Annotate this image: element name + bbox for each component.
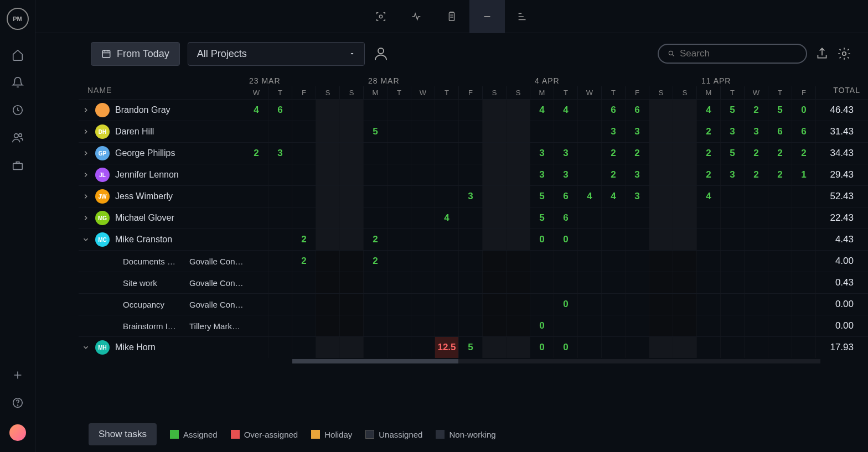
workload-cell[interactable]	[388, 272, 411, 293]
workload-cell[interactable]	[364, 143, 388, 164]
workload-cell[interactable]	[292, 294, 316, 315]
workload-cell[interactable]: 6	[602, 100, 626, 121]
workload-cell[interactable]	[483, 121, 507, 142]
workload-cell[interactable]	[411, 315, 435, 336]
workload-cell[interactable]	[792, 337, 816, 358]
workload-cell[interactable]	[340, 294, 364, 315]
workload-cell[interactable]	[388, 251, 411, 272]
workload-cell[interactable]: 0	[530, 337, 554, 358]
project-filter-select[interactable]: All Projects	[188, 42, 365, 66]
workload-cell[interactable]: 2	[745, 100, 768, 121]
workload-cell[interactable]	[626, 207, 649, 228]
workload-cell[interactable]	[483, 294, 507, 315]
workload-cell[interactable]	[435, 164, 459, 185]
horizontal-scrollbar[interactable]	[292, 359, 820, 363]
workload-cell[interactable]	[340, 337, 364, 358]
workload-cell[interactable]	[602, 229, 626, 250]
chevron-right-icon[interactable]	[82, 128, 90, 136]
workload-cell[interactable]	[792, 207, 816, 228]
home-icon[interactable]	[12, 49, 24, 61]
workload-cell[interactable]	[721, 294, 745, 315]
workload-cell[interactable]	[530, 272, 554, 293]
workload-cell[interactable]: 3	[459, 186, 483, 207]
workload-cell[interactable]	[649, 164, 673, 185]
workload-cell[interactable]	[792, 315, 816, 336]
workload-cell[interactable]	[292, 272, 316, 293]
workload-cell[interactable]: 4	[435, 207, 459, 228]
workload-cell[interactable]: 2	[792, 143, 816, 164]
workload-cell[interactable]: 2	[745, 164, 768, 185]
workload-cell[interactable]	[673, 251, 697, 272]
briefcase-icon[interactable]	[12, 159, 24, 172]
workload-cell[interactable]	[364, 186, 388, 207]
workload-cell[interactable]	[459, 143, 483, 164]
workload-cell[interactable]	[507, 294, 530, 315]
workload-cell[interactable]: 3	[626, 164, 649, 185]
workload-cell[interactable]: 3	[626, 121, 649, 142]
workload-cell[interactable]	[245, 337, 268, 358]
gear-icon[interactable]	[837, 46, 851, 61]
workload-cell[interactable]	[697, 315, 721, 336]
workload-cell[interactable]	[697, 229, 721, 250]
workload-cell[interactable]: 6	[626, 100, 649, 121]
plus-icon[interactable]	[12, 369, 24, 381]
workload-cell[interactable]: 2	[697, 121, 721, 142]
workload-cell[interactable]	[602, 207, 626, 228]
workload-cell[interactable]	[435, 121, 459, 142]
from-today-button[interactable]: From Today	[91, 42, 180, 66]
workload-cell[interactable]	[578, 100, 602, 121]
workload-cell[interactable]: 3	[530, 143, 554, 164]
workload-cell[interactable]	[768, 229, 792, 250]
workload-cell[interactable]	[316, 100, 340, 121]
workload-cell[interactable]	[483, 251, 507, 272]
workload-cell[interactable]	[578, 272, 602, 293]
workload-cell[interactable]: 2	[768, 143, 792, 164]
workload-cell[interactable]	[554, 251, 578, 272]
bell-icon[interactable]	[12, 76, 24, 89]
clock-icon[interactable]	[12, 104, 24, 116]
workload-cell[interactable]	[316, 186, 340, 207]
workload-cell[interactable]	[245, 315, 268, 336]
workload-cell[interactable]	[435, 229, 459, 250]
workload-cell[interactable]	[530, 294, 554, 315]
workload-cell[interactable]	[507, 251, 530, 272]
workload-cell[interactable]	[673, 337, 697, 358]
workload-cell[interactable]	[364, 294, 388, 315]
workload-cell[interactable]	[721, 272, 745, 293]
workload-cell[interactable]	[340, 100, 364, 121]
workload-cell[interactable]	[721, 337, 745, 358]
workload-cell[interactable]	[768, 315, 792, 336]
workload-cell[interactable]	[245, 272, 268, 293]
workload-cell[interactable]	[268, 229, 292, 250]
workload-cell[interactable]	[745, 272, 768, 293]
workload-cell[interactable]	[697, 251, 721, 272]
workload-cell[interactable]: 6	[554, 207, 578, 228]
workload-cell[interactable]: 4	[697, 186, 721, 207]
workload-cell[interactable]	[459, 294, 483, 315]
workload-cell[interactable]	[768, 207, 792, 228]
people-icon[interactable]	[12, 132, 24, 144]
workload-cell[interactable]	[388, 315, 411, 336]
workload-cell[interactable]	[507, 229, 530, 250]
workload-cell[interactable]	[602, 251, 626, 272]
workload-cell[interactable]	[459, 251, 483, 272]
workload-cell[interactable]	[316, 207, 340, 228]
workload-cell[interactable]: 0	[554, 229, 578, 250]
workload-cell[interactable]: 4	[602, 186, 626, 207]
workload-cell[interactable]	[649, 143, 673, 164]
workload-cell[interactable]	[792, 186, 816, 207]
help-icon[interactable]	[12, 397, 24, 409]
workload-cell[interactable]	[411, 337, 435, 358]
workload-cell[interactable]: 4	[697, 100, 721, 121]
workload-cell[interactable]	[268, 337, 292, 358]
workload-cell[interactable]	[649, 337, 673, 358]
workload-cell[interactable]: 12.5	[435, 337, 459, 358]
workload-cell[interactable]	[435, 143, 459, 164]
workload-cell[interactable]	[578, 207, 602, 228]
workload-cell[interactable]	[602, 294, 626, 315]
workload-cell[interactable]: 5	[364, 121, 388, 142]
workload-cell[interactable]	[340, 186, 364, 207]
workload-cell[interactable]	[435, 100, 459, 121]
workload-cell[interactable]	[340, 229, 364, 250]
workload-cell[interactable]	[340, 207, 364, 228]
